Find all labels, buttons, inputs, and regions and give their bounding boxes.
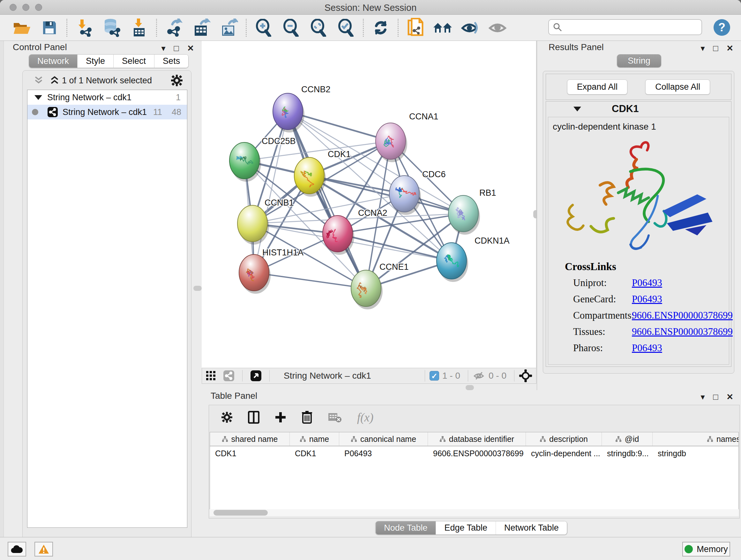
export-table-button[interactable] bbox=[188, 17, 215, 38]
open-session-button[interactable] bbox=[8, 17, 36, 38]
network-node-cdkn1a[interactable]: CDKN1A bbox=[436, 236, 510, 282]
network-edge[interactable] bbox=[338, 234, 452, 261]
refresh-button[interactable] bbox=[367, 17, 394, 38]
navigator-crosshair-icon[interactable] bbox=[519, 369, 532, 382]
clone-network-button[interactable] bbox=[402, 17, 429, 38]
column-header[interactable]: description bbox=[526, 432, 602, 446]
tab-network-table[interactable]: Network Table bbox=[496, 521, 567, 535]
table-cell[interactable]: stringdb:9... bbox=[602, 446, 653, 461]
network-edge[interactable] bbox=[254, 273, 366, 288]
function-builder-icon[interactable]: f(x) bbox=[357, 411, 374, 424]
export-network-button[interactable] bbox=[160, 17, 188, 38]
table-cell[interactable]: P06493 bbox=[339, 446, 428, 461]
panel-menu-icon[interactable]: ▾ bbox=[700, 391, 704, 402]
network-node-ccne1[interactable]: CCNE1 bbox=[351, 262, 409, 309]
network-node-ccna1[interactable]: CCNA1 bbox=[376, 112, 439, 162]
attribute-type-icon bbox=[440, 436, 446, 442]
panel-close-icon[interactable]: ✕ bbox=[726, 391, 733, 402]
network-collection-row[interactable]: String Network – cdk1 1 bbox=[27, 90, 187, 105]
help-button[interactable]: ? bbox=[714, 19, 730, 36]
expand-all-button[interactable]: Expand All bbox=[567, 79, 628, 95]
save-session-button[interactable] bbox=[36, 17, 63, 38]
collection-name: String Network – cdk1 bbox=[47, 92, 131, 103]
network-node-ccnb1[interactable]: CCNB1 bbox=[238, 198, 294, 245]
table-cell[interactable]: cyclin-dependent ... bbox=[526, 446, 602, 461]
network-edge[interactable] bbox=[288, 111, 366, 288]
table-horizontal-scrollbar[interactable] bbox=[210, 509, 739, 516]
protein-name: CDK1 bbox=[612, 103, 638, 115]
collapse-card-icon[interactable] bbox=[574, 107, 581, 111]
crosslink-link[interactable]: 9606.ENSP00000378699 bbox=[632, 310, 733, 321]
crosslink-link[interactable]: P06493 bbox=[632, 277, 662, 289]
tab-string[interactable]: String bbox=[617, 54, 661, 67]
crosslink-link[interactable]: P06493 bbox=[632, 294, 662, 305]
network-row-selected[interactable]: String Network – cdk1 11 48 bbox=[27, 105, 187, 119]
horizontal-splitter-handle[interactable] bbox=[466, 385, 474, 390]
import-network-from-file-button[interactable] bbox=[71, 17, 98, 38]
tab-style[interactable]: Style bbox=[77, 55, 114, 68]
table-cell[interactable]: stringdb bbox=[653, 446, 739, 461]
zoom-out-button[interactable] bbox=[277, 17, 305, 38]
tab-select[interactable]: Select bbox=[114, 55, 154, 68]
tab-node-table[interactable]: Node Table bbox=[376, 521, 436, 535]
scrollbar-thumb[interactable] bbox=[213, 510, 268, 516]
delete-table-icon[interactable] bbox=[328, 412, 342, 423]
panel-float-icon[interactable]: □ bbox=[174, 43, 179, 54]
add-column-icon[interactable] bbox=[275, 412, 286, 423]
show-all-button[interactable] bbox=[484, 17, 512, 38]
protein-card-header[interactable]: CDK1 bbox=[546, 102, 731, 116]
collection-expander-icon[interactable] bbox=[35, 95, 42, 100]
selected-checkbox-icon[interactable]: ✓ bbox=[429, 371, 439, 381]
column-header[interactable]: @id bbox=[602, 432, 653, 446]
zoom-selected-button[interactable] bbox=[332, 17, 360, 38]
memory-button[interactable]: Memory bbox=[682, 542, 730, 557]
show-columns-icon[interactable] bbox=[248, 411, 259, 424]
zoom-fit-button[interactable] bbox=[305, 17, 332, 38]
tab-sets[interactable]: Sets bbox=[154, 55, 188, 68]
table-cell[interactable]: CDK1 bbox=[290, 446, 339, 461]
panel-float-icon[interactable]: □ bbox=[713, 43, 718, 54]
search-box[interactable] bbox=[548, 19, 702, 35]
table-row[interactable]: CDK1CDK1P064939606.ENSP00000378699cyclin… bbox=[210, 446, 738, 461]
network-node-hist1h1a[interactable]: HIST1H1A bbox=[239, 248, 304, 294]
column-header[interactable]: database identifier bbox=[428, 432, 526, 446]
node-table[interactable]: shared name name canonical name database… bbox=[210, 432, 739, 510]
table-cell[interactable]: CDK1 bbox=[210, 446, 290, 461]
import-table-from-file-button[interactable] bbox=[125, 17, 153, 38]
crosslink-link[interactable]: 9606.ENSP00000378699 bbox=[632, 326, 733, 337]
network-node-ccnb2[interactable]: CCNB2 bbox=[273, 84, 331, 132]
crosslink-link[interactable]: P06493 bbox=[632, 342, 662, 354]
table-cell[interactable]: 9606.ENSP00000378699 bbox=[428, 446, 526, 461]
network-node-cdc6[interactable]: CDC6 bbox=[389, 170, 446, 215]
table-options-gear-icon[interactable] bbox=[221, 412, 232, 423]
tab-edge-table[interactable]: Edge Table bbox=[436, 521, 496, 535]
network-view-mode-button[interactable] bbox=[220, 369, 238, 383]
detach-view-button[interactable] bbox=[247, 369, 265, 383]
panel-menu-icon[interactable]: ▾ bbox=[161, 43, 165, 54]
grid-view-button[interactable] bbox=[202, 369, 220, 383]
delete-column-icon[interactable] bbox=[301, 411, 313, 424]
toolbar-separator bbox=[398, 19, 399, 37]
tab-network[interactable]: Network bbox=[29, 55, 77, 68]
column-header[interactable]: shared name bbox=[210, 432, 290, 446]
collapse-all-button[interactable]: Collapse All bbox=[645, 79, 710, 95]
panel-menu-icon[interactable]: ▾ bbox=[700, 43, 704, 54]
column-header[interactable]: name bbox=[290, 432, 339, 446]
hide-selection-button[interactable] bbox=[457, 17, 484, 38]
first-neighbors-button[interactable] bbox=[429, 17, 457, 38]
column-header[interactable]: canonical name bbox=[339, 432, 428, 446]
search-input[interactable] bbox=[562, 22, 690, 32]
panel-float-icon[interactable]: □ bbox=[713, 391, 718, 402]
import-network-from-database-button[interactable] bbox=[98, 17, 125, 38]
panel-close-icon[interactable]: ✕ bbox=[187, 43, 194, 54]
zoom-in-button[interactable] bbox=[250, 17, 277, 38]
column-header[interactable]: namespace bbox=[653, 432, 739, 446]
network-options-gear-icon[interactable] bbox=[171, 74, 183, 86]
left-splitter-handle[interactable] bbox=[193, 286, 202, 291]
panel-close-icon[interactable]: ✕ bbox=[726, 43, 733, 54]
network-node-rb1[interactable]: RB1 bbox=[448, 188, 496, 235]
warnings-button[interactable] bbox=[35, 542, 53, 557]
export-image-button[interactable] bbox=[215, 17, 243, 38]
network-canvas[interactable]: CCNB2CCNA1CDC25BCDK1CDC6RB1CCNB1CCNA2CDK… bbox=[202, 41, 536, 368]
cloud-status-button[interactable] bbox=[8, 542, 26, 557]
